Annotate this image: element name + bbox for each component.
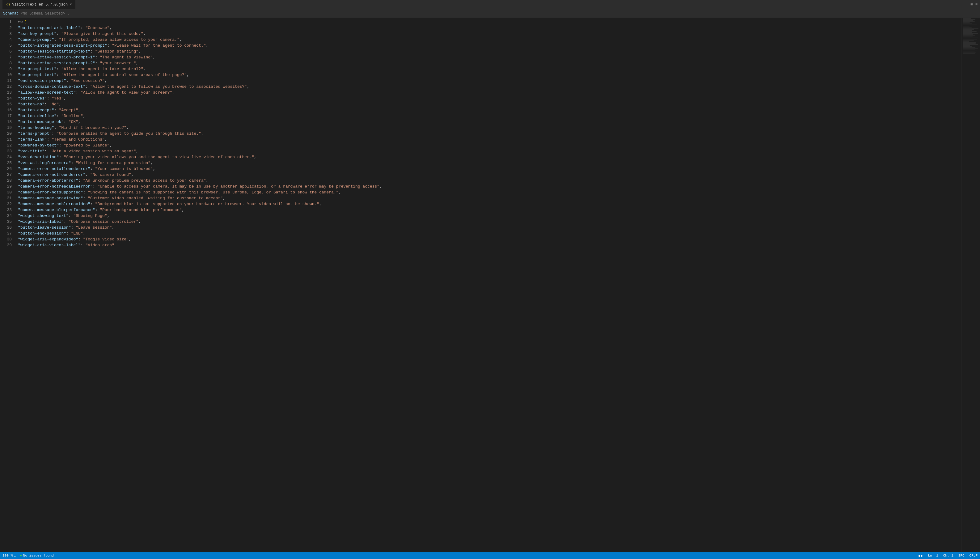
line-number-16: 16: [0, 107, 15, 113]
zoom-level[interactable]: 100 % ⌄: [2, 554, 16, 558]
scroll-controls[interactable]: ◀ ▶: [918, 554, 923, 558]
code-line-18: "button-message-ok": "OK",: [15, 119, 962, 125]
line-number-15: 15: [0, 101, 15, 107]
code-line-14: "button-yes": "Yes",: [15, 96, 962, 101]
code-line-36: "button-leave-session": "Leave session",: [15, 225, 962, 230]
code-line-35: "widget-aria-label": "Cobrowse session c…: [15, 219, 962, 225]
minimap: [962, 18, 980, 552]
zoom-value: 100 %: [2, 554, 13, 557]
code-line-17: "button-decline": "Decline",: [15, 113, 962, 119]
line-number-34: 34: [0, 213, 15, 219]
more-actions-icon[interactable]: ≡: [975, 2, 978, 7]
line-number-37: 37: [0, 230, 15, 237]
code-line-21: "terms-link": "Terms and Conditions",: [15, 137, 962, 142]
code-line-32: "camera-message-noblurnovideo": "Backgro…: [15, 201, 962, 207]
status-bar: 100 % ⌄ ● No issues found ◀ ▶ Ln: 1 Ch: …: [0, 552, 980, 559]
line-ending[interactable]: CRLF: [970, 554, 978, 557]
issues-text: No issues found: [23, 554, 54, 557]
code-line-26: "camera-error-notallowederror": "Your ca…: [15, 166, 962, 172]
schema-label: Schema:: [3, 12, 18, 16]
code-line-31: "camera-message-previewing": "Customer v…: [15, 195, 962, 201]
code-line-1: ▼⊙{: [15, 19, 962, 25]
line-number-6: 6: [0, 48, 15, 55]
code-line-19: "terms-heading": "Mind if I browse with …: [15, 125, 962, 131]
line-number-5: 5: [0, 43, 15, 48]
editor-area: 1234567891011121314151617181920212223242…: [0, 18, 980, 552]
code-line-6: "button-session-starting-text": "Session…: [15, 48, 962, 55]
line-number-38: 38: [0, 237, 15, 242]
line-number-20: 20: [0, 131, 15, 137]
line-number-26: 26: [0, 166, 15, 172]
line-number-28: 28: [0, 178, 15, 184]
issues-icon: ●: [20, 554, 22, 558]
tab-close-button[interactable]: ×: [69, 2, 72, 7]
tab-filename: VisitorText_en_5.7.0.json: [12, 2, 68, 7]
line-number-22: 22: [0, 142, 15, 148]
line-number-17: 17: [0, 113, 15, 119]
line-number-4: 4: [0, 37, 15, 43]
code-line-25: "vvc-waitingforcamera": "Waiting for cam…: [15, 160, 962, 166]
code-line-9: "rc-prompt-text": "Allow the agent to ta…: [15, 66, 962, 72]
line-number-18: 18: [0, 119, 15, 125]
code-line-7: "button-active-session-prompt-1": "The a…: [15, 55, 962, 60]
line-number-7: 7: [0, 55, 15, 60]
title-bar: {} VisitorText_en_5.7.0.json × ⊞ ≡: [0, 0, 980, 9]
code-line-5: "button-integrated-sess-start-prompt": "…: [15, 43, 962, 48]
code-line-29: "camera-error-notreadableerror": "Unable…: [15, 184, 962, 189]
line-1-gutter-icon: ⊙: [20, 19, 23, 25]
code-line-2: "button-expand-aria-label": "Cobrowse",: [15, 25, 962, 31]
schema-value[interactable]: <No Schema Selected>: [20, 12, 65, 16]
line-number-33: 33: [0, 207, 15, 213]
code-line-8: "button-active-session-prompt-2": "your …: [15, 60, 962, 66]
line-number-36: 36: [0, 225, 15, 230]
line-number-11: 11: [0, 78, 15, 84]
cursor-col: Ch: 1: [943, 554, 954, 557]
code-line-13: "allow-view-screen-text": "Allow the age…: [15, 89, 962, 96]
code-line-10: "ce-prompt-text": "Allow the agent to co…: [15, 72, 962, 78]
code-line-39: "widget-aria-videos-label": "Video area": [15, 242, 962, 248]
code-line-4: "camera-prompt": "If prompted, please al…: [15, 37, 962, 43]
status-bar-right: ◀ ▶ Ln: 1 Ch: 1 SPC CRLF: [918, 554, 978, 558]
schema-dropdown-icon[interactable]: ⌄: [67, 11, 69, 16]
line-number-19: 19: [0, 125, 15, 131]
code-line-22: "powered-by-text": "powered by Glance",: [15, 142, 962, 148]
line-numbers: 1234567891011121314151617181920212223242…: [0, 18, 15, 552]
schema-bar: Schema: <No Schema Selected> ⌄: [0, 9, 980, 18]
scroll-left-icon[interactable]: ◀: [918, 554, 920, 558]
line-number-39: 39: [0, 242, 15, 248]
code-line-27: "camera-error-notfounderror": "No camera…: [15, 172, 962, 178]
line-number-29: 29: [0, 184, 15, 189]
line-number-14: 14: [0, 96, 15, 101]
line-number-23: 23: [0, 148, 15, 154]
fold-icon[interactable]: ▼: [18, 19, 20, 25]
code-line-38: "widget-aria-expandvideo": "Toggle video…: [15, 237, 962, 242]
scroll-right-icon[interactable]: ▶: [921, 554, 923, 558]
encoding[interactable]: SPC: [959, 554, 965, 557]
code-line-16: "button-accept": "Accept",: [15, 107, 962, 113]
line-number-3: 3: [0, 31, 15, 37]
code-line-37: "button-end-session": "END",: [15, 230, 962, 237]
line-number-21: 21: [0, 137, 15, 142]
line-number-13: 13: [0, 89, 15, 96]
line-number-32: 32: [0, 201, 15, 207]
code-line-12: "cross-domain-continue-text": "Allow the…: [15, 84, 962, 89]
issues-indicator[interactable]: ● No issues found: [20, 554, 54, 558]
code-line-15: "button-no": "No",: [15, 101, 962, 107]
zoom-dropdown-icon[interactable]: ⌄: [14, 554, 16, 558]
line-number-9: 9: [0, 66, 15, 72]
line-number-30: 30: [0, 189, 15, 195]
line-number-1: 1: [0, 19, 15, 25]
line-number-31: 31: [0, 195, 15, 201]
code-line-34: "widget-showing-text": "Showing Page",: [15, 213, 962, 219]
line-number-10: 10: [0, 72, 15, 78]
line-number-2: 2: [0, 25, 15, 31]
line-number-24: 24: [0, 154, 15, 160]
code-line-23: "vvc-title": "Join a video session with …: [15, 148, 962, 154]
line-number-12: 12: [0, 84, 15, 89]
code-content[interactable]: ▼⊙{ "button-expand-aria-label": "Cobrows…: [15, 18, 962, 552]
editor-tab[interactable]: {} VisitorText_en_5.7.0.json ×: [2, 0, 75, 9]
code-line-30: "camera-error-notsupported": "Showing th…: [15, 189, 962, 195]
split-editor-icon[interactable]: ⊞: [971, 2, 973, 7]
line-number-25: 25: [0, 160, 15, 166]
code-line-33: "camera-message-blurperformance": "Poor …: [15, 207, 962, 213]
